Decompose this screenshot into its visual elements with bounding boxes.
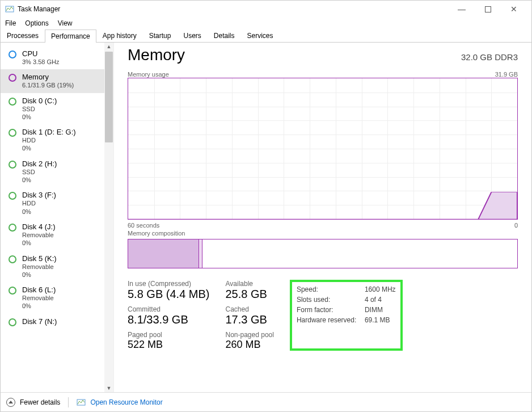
sidebar-item-sub: SSD <box>22 105 57 113</box>
sidebar-item-disk-3-f-[interactable]: Disk 3 (F:)HDD0% <box>1 187 104 219</box>
titlebar[interactable]: Task Manager — ✕ <box>1 1 531 18</box>
usage-chart-label: Memory usage <box>128 71 169 78</box>
scroll-thumb[interactable] <box>105 52 113 142</box>
composition-segment-in-use <box>128 239 199 268</box>
menu-file[interactable]: File <box>5 19 16 27</box>
performance-sidebar: CPU3% 3.58 GHzMemory6.1/31.9 GB (19%)Dis… <box>1 43 104 392</box>
sidebar-item-sub: HDD <box>22 136 76 144</box>
sidebar-item-name: Disk 5 (K:) <box>22 254 57 263</box>
sidebar-item-memory[interactable]: Memory6.1/31.9 GB (19%) <box>1 69 104 93</box>
fewer-details-link[interactable]: Fewer details <box>20 398 60 406</box>
sidebar-item-sub: 0% <box>22 239 56 247</box>
sidebar-item-disk-2-h-[interactable]: Disk 2 (H:)SSD0% <box>1 156 104 188</box>
sidebar-marker-icon <box>9 287 16 295</box>
nonpaged-value: 260 MB <box>226 339 274 351</box>
memory-composition-chart <box>128 239 518 268</box>
slots-value: 4 of 4 <box>365 295 382 305</box>
sidebar-marker-icon <box>9 161 16 169</box>
menu-options[interactable]: Options <box>25 19 48 27</box>
sidebar-marker-icon <box>9 129 16 137</box>
memory-capacity: 32.0 GB DDR3 <box>461 52 518 62</box>
sidebar-item-sub: 0% <box>22 113 57 121</box>
task-manager-window: Task Manager — ✕ File Options View Proce… <box>0 0 532 412</box>
minimize-button[interactable]: — <box>449 1 475 18</box>
paged-label: Paged pool <box>128 331 210 339</box>
sidebar-item-sub: 3% 3.58 GHz <box>22 58 59 66</box>
inuse-label: In use (Compressed) <box>128 280 210 288</box>
sidebar-item-name: Disk 6 (L:) <box>22 285 56 294</box>
task-manager-icon <box>5 5 14 14</box>
tab-performance[interactable]: Performance <box>45 30 96 43</box>
close-button[interactable]: ✕ <box>501 1 527 18</box>
sidebar-item-disk-7-n-[interactable]: Disk 7 (N:) <box>1 314 104 330</box>
sidebar-marker-icon <box>9 98 16 106</box>
sidebar-item-name: Disk 2 (H:) <box>22 159 57 168</box>
resource-monitor-icon <box>77 398 86 407</box>
sidebar-item-name: Disk 1 (D: E: G:) <box>22 128 76 136</box>
speed-label: Speed: <box>297 284 365 295</box>
open-resource-monitor-link[interactable]: Open Resource Monitor <box>90 398 162 406</box>
scroll-down-icon[interactable]: ▼ <box>107 384 112 392</box>
speed-value: 1600 MHz <box>365 284 396 295</box>
tab-details[interactable]: Details <box>208 29 241 42</box>
form-label: Form factor: <box>297 305 365 315</box>
available-label: Available <box>226 280 274 288</box>
sidebar-item-sub: 0% <box>22 208 56 216</box>
sidebar-marker-icon <box>9 255 16 263</box>
usage-chart-max: 31.9 GB <box>495 71 518 78</box>
axis-right: 0 <box>514 222 518 229</box>
scroll-up-icon[interactable]: ▲ <box>107 43 112 51</box>
sidebar-item-sub: 0% <box>22 271 57 279</box>
svg-rect-0 <box>6 6 14 12</box>
sidebar-item-sub: HDD <box>22 199 56 207</box>
window-controls: — ✕ <box>449 1 527 18</box>
sidebar-item-sub: 0% <box>22 176 57 184</box>
tabs: Processes Performance App history Startu… <box>1 29 531 43</box>
inuse-value: 5.8 GB (4.4 MB) <box>128 288 210 301</box>
memory-usage-chart <box>128 78 518 220</box>
sidebar-item-sub: 6.1/31.9 GB (19%) <box>22 81 74 89</box>
sidebar-scrollbar[interactable]: ▲ ▼ <box>104 43 113 392</box>
reserved-value: 69.1 MB <box>365 315 390 325</box>
cached-value: 17.3 GB <box>226 313 274 326</box>
svg-rect-2 <box>77 400 85 405</box>
sidebar-item-sub: SSD <box>22 168 57 176</box>
cached-label: Cached <box>226 305 274 313</box>
sidebar-item-name: Disk 7 (N:) <box>22 317 57 326</box>
sidebar-item-name: Disk 3 (F:) <box>22 191 56 199</box>
memory-panel: Memory 32.0 GB DDR3 Memory usage 31.9 GB… <box>114 43 531 392</box>
sidebar-item-name: Memory <box>22 73 74 81</box>
menu-view[interactable]: View <box>58 19 73 27</box>
sidebar-item-disk-4-j-[interactable]: Disk 4 (J:)Removable0% <box>1 219 104 251</box>
sidebar-marker-icon <box>9 224 16 232</box>
tab-services[interactable]: Services <box>241 29 280 42</box>
sidebar-marker-icon <box>9 51 16 58</box>
available-value: 25.8 GB <box>226 288 274 301</box>
sidebar-item-disk-5-k-[interactable]: Disk 5 (K:)Removable0% <box>1 251 104 283</box>
svg-rect-1 <box>485 6 491 12</box>
nonpaged-label: Non-paged pool <box>226 331 274 339</box>
tab-users[interactable]: Users <box>177 29 207 42</box>
maximize-button[interactable] <box>475 1 501 18</box>
sidebar-item-cpu[interactable]: CPU3% 3.58 GHz <box>1 46 104 69</box>
composition-label: Memory composition <box>128 230 185 237</box>
footer-divider <box>68 397 69 407</box>
sidebar-marker-icon <box>9 192 16 200</box>
menubar: File Options View <box>1 18 531 29</box>
tab-startup[interactable]: Startup <box>143 29 178 42</box>
sidebar-item-disk-6-l-[interactable]: Disk 6 (L:)Removable0% <box>1 282 104 314</box>
form-value: DIMM <box>365 305 383 315</box>
sidebar-item-sub: Removable <box>22 294 56 302</box>
memory-specs-highlighted: Speed:1600 MHz Slots used:4 of 4 Form fa… <box>290 280 403 351</box>
tab-app-history[interactable]: App history <box>96 29 143 42</box>
chevron-up-icon[interactable] <box>6 398 15 407</box>
tab-processes[interactable]: Processes <box>1 29 45 42</box>
panel-title: Memory <box>128 46 185 64</box>
axis-left: 60 seconds <box>128 222 159 229</box>
sidebar-item-disk-1-d-e-g-[interactable]: Disk 1 (D: E: G:)HDD0% <box>1 124 104 156</box>
sidebar-item-name: CPU <box>22 49 59 58</box>
sidebar-item-sub: 0% <box>22 144 76 152</box>
sidebar-item-name: Disk 0 (C:) <box>22 96 57 105</box>
sidebar-item-name: Disk 4 (J:) <box>22 222 56 231</box>
sidebar-item-disk-0-c-[interactable]: Disk 0 (C:)SSD0% <box>1 93 104 125</box>
